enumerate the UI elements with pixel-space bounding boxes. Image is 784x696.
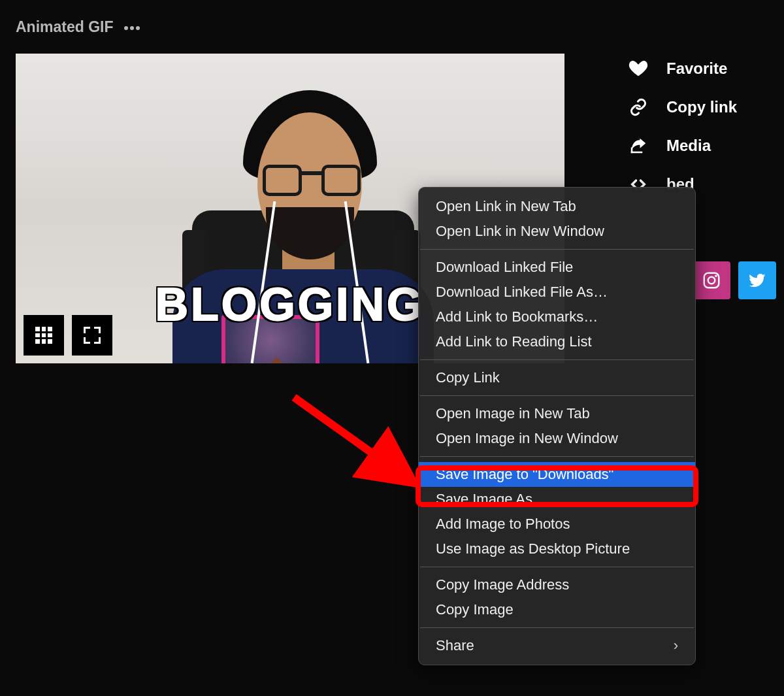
annotation-arrow	[281, 384, 431, 495]
twitter-icon	[747, 271, 767, 290]
social-buttons	[693, 261, 776, 299]
share-arrow-icon	[627, 136, 649, 156]
favorite-label: Favorite	[666, 59, 727, 78]
grid-view-button[interactable]	[24, 315, 64, 356]
ctx-download-linked-file[interactable]: Download Linked File	[419, 255, 695, 280]
ctx-separator	[420, 395, 694, 396]
ctx-separator	[420, 249, 694, 250]
ctx-use-image-desktop[interactable]: Use Image as Desktop Picture	[419, 537, 695, 561]
grid-icon	[35, 327, 52, 344]
ctx-separator	[420, 456, 694, 457]
ctx-open-link-new-tab[interactable]: Open Link in New Tab	[419, 194, 695, 219]
gif-controls	[24, 315, 112, 356]
ctx-add-link-bookmarks[interactable]: Add Link to Bookmarks…	[419, 305, 695, 329]
fullscreen-button[interactable]	[72, 315, 112, 356]
expand-icon	[84, 327, 101, 344]
ctx-open-link-new-window[interactable]: Open Link in New Window	[419, 219, 695, 244]
ctx-open-image-new-window[interactable]: Open Image in New Window	[419, 426, 695, 451]
twitter-button[interactable]	[738, 261, 776, 299]
svg-line-5	[294, 397, 408, 479]
action-panel: Favorite Copy link Media bed	[627, 59, 737, 193]
svg-point-3	[708, 277, 715, 284]
ctx-copy-link[interactable]: Copy Link	[419, 365, 695, 390]
copy-link-label: Copy link	[666, 98, 737, 116]
media-label: Media	[666, 137, 711, 155]
ctx-save-image-as[interactable]: Save Image As…	[419, 487, 695, 512]
ctx-save-image-downloads[interactable]: Save Image to "Downloads"	[419, 462, 695, 487]
instagram-button[interactable]	[693, 261, 730, 299]
ctx-separator	[420, 627, 694, 628]
ctx-separator	[420, 567, 694, 567]
context-menu: Open Link in New Tab Open Link in New Wi…	[418, 187, 696, 665]
ctx-add-image-photos[interactable]: Add Image to Photos	[419, 512, 695, 537]
ctx-add-link-reading-list[interactable]: Add Link to Reading List	[419, 329, 695, 354]
more-icon[interactable]	[124, 25, 140, 30]
ctx-copy-image[interactable]: Copy Image	[419, 597, 695, 622]
svg-rect-1	[631, 152, 643, 154]
page-header: Animated GIF	[16, 18, 140, 36]
chevron-right-icon: ›	[674, 637, 678, 654]
ctx-download-linked-file-as[interactable]: Download Linked File As…	[419, 280, 695, 305]
instagram-icon	[702, 271, 721, 290]
page-title: Animated GIF	[16, 18, 114, 36]
ctx-separator	[420, 359, 694, 360]
favorite-action[interactable]: Favorite	[627, 59, 737, 78]
svg-point-4	[715, 274, 717, 277]
link-icon	[627, 98, 649, 116]
ctx-open-image-new-tab[interactable]: Open Image in New Tab	[419, 401, 695, 426]
ctx-share[interactable]: Share ›	[419, 633, 695, 658]
copy-link-action[interactable]: Copy link	[627, 98, 737, 116]
heart-icon	[627, 59, 649, 78]
media-action[interactable]: Media	[627, 136, 737, 156]
ctx-copy-image-address[interactable]: Copy Image Address	[419, 572, 695, 597]
